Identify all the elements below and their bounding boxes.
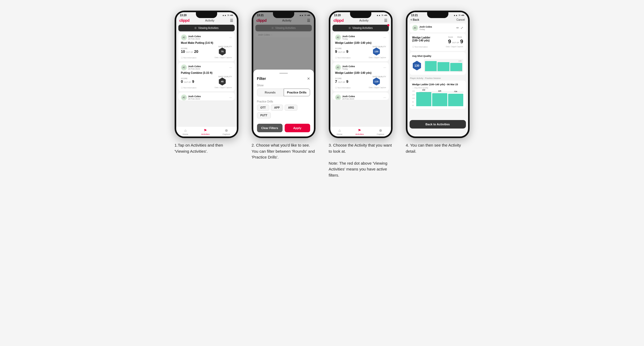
cancel-button-4[interactable]: Cancel [456,18,465,21]
tag-ott[interactable]: OTT [257,105,269,111]
edit-icon-4[interactable]: ✏ [456,26,459,30]
activity-card-1-2[interactable]: JC Josh Coles 28 Feb 2023 ··· Putting Co… [178,62,235,91]
signal-icon-3: ▲▲ [376,14,381,16]
user-name-3-1: Josh Coles [342,35,355,38]
shot-quality-label-1-1: Shot Quality [218,46,232,48]
stats-row-3-1: Score 9 OUT OF 9 Shot Quality 130 [335,46,386,55]
phone-2-notch [273,12,294,18]
toggle-rounds[interactable]: Rounds [257,88,284,96]
ellipsis-1-3[interactable]: ··· [229,96,232,99]
shot-quality-container-1-2: Shot Quality 45 [218,76,232,86]
card-header-3-2: JC Josh Coles Today ··· [335,65,386,70]
score-outof-1-2: OUT OF [184,81,191,83]
stats-row-3-2: Score 7 OUT OF 9 Shot Quality 118 [335,76,386,86]
mini-chart-4: 130 APP [424,59,463,72]
phone-4: 13:21 ▲▲ ⊃ ▪44 < Back Cancel JC [406,11,470,138]
user-info-3-1: Josh Coles Today [342,35,355,40]
ellipsis-3-2[interactable]: ··· [383,66,386,69]
back-to-activities-button-4[interactable]: Back to Activities [410,120,466,129]
user-name-1-2: Josh Coles [188,65,201,68]
score-values-row-4: 9 OUT OF 9 [448,39,463,45]
status-icons-3: ▲▲ ⊃ ▪44 [376,14,387,16]
expand-icon-4[interactable]: ⤢ [461,26,463,30]
user-date-1-3: 28 Feb 2023 [188,98,201,100]
avatar-1-2: JC [181,65,187,70]
user-date-3-1: Today [342,38,355,40]
activity-card-3-2[interactable]: JC Josh Coles Today ··· Wedge Ladder (10… [332,62,389,91]
shots-value-1-2: 9 [192,79,194,84]
status-time-1: 13:20 [180,14,187,17]
nav-activities-label-3: Activities [355,133,364,135]
banner-text-3: Viewing Activities [352,27,373,29]
ellipsis-3-1[interactable]: ··· [383,36,386,39]
activity-card-1-1[interactable]: JC Josh Coles 28 Feb 2023 ··· Must Make … [178,32,235,61]
mini-chart-area-4: 130 APP [424,59,463,72]
nav-activities-3[interactable]: ⚑ Activities [355,128,364,135]
y-axis-4: 1401201008060 [412,90,415,106]
stats-row-1-2: Score 0 OUT OF 9 Shot Quality 45 [181,76,232,86]
nav-activities-1[interactable]: ⚑ Activities [201,128,210,135]
app-header-3: clippd Activity ☰ [330,17,391,24]
toggle-practice-drills[interactable]: Practice Drills [284,88,310,96]
drill-tags: OTT APP ARG PUTT [257,105,310,118]
logo-1: clippd [179,18,190,23]
phone-4-screen: 13:21 ▲▲ ⊃ ▪44 < Back Cancel JC [407,12,468,136]
info-left-3-1: ⓘ Test Information [335,57,351,59]
phone-3-notch [350,12,371,18]
shots-value-3-2: 9 [346,79,348,84]
activity-card-3-1[interactable]: JC Josh Coles Today ··· Wedge Ladder (10… [332,32,389,61]
activity-card-1-3: JC Josh Coles 28 Feb 2023 ··· [178,92,235,100]
hamburger-icon-1[interactable]: ☰ [230,18,233,23]
detail-user-bar-4: JC Josh Coles Today ✏ ⤢ [410,23,466,32]
tag-app[interactable]: APP [271,105,283,111]
drill-title-1-2: Putting Combine (3-15 ft) [181,71,232,74]
close-button[interactable]: ✕ [307,76,310,81]
shot-quality-container-3-2: Shot Quality 118 [372,76,386,86]
phone-2: 13:21 ▲▲ ⊃ ▪44 clippd Activity ☰ ⚙ Vie [252,11,315,138]
caption-2: 2. Choose what you'd like to see. You ca… [252,142,315,160]
viewing-banner-3[interactable]: ⚙ Viewing Activities [332,25,389,31]
home-icon-1: ⌂ [184,128,186,133]
hamburger-icon-3[interactable]: ☰ [384,18,388,23]
info-row-1-2: ⓘ Test Information Data: Clippd Capture [181,87,232,89]
ellipsis-3-3[interactable]: ··· [383,96,386,99]
user-info-1-1: Josh Coles 28 Feb 2023 [188,35,201,40]
back-button-4[interactable]: < Back [411,18,419,21]
avatar-3-1: JC [335,35,341,40]
app-header-1: clippd Activity ☰ [176,17,237,24]
detail-card-user-4: JC Josh Coles Today [412,25,432,31]
signal-icon-1: ▲▲ [222,14,226,16]
phone-1-column: 13:20 ▲▲ ⊃ ▪44 clippd Activity ☰ ⚙ Vie [172,11,241,154]
ellipsis-1-1[interactable]: ··· [229,36,232,39]
avg-shot-quality-title-4: Avg Shot Quality [412,55,463,57]
h-bar-4-3: 124 [448,94,463,106]
caption-3: 3. Choose the Activity that you want to … [329,142,393,178]
stats-row-1-1: Score 10 OUT OF 20 Shot Quality 75 [181,46,232,55]
wifi-icon-3: ⊃ [381,14,383,16]
score-label-3-1: Score [335,48,348,49]
filter-icon-3: ⚙ [348,27,351,29]
user-info-1-3: Josh Coles 28 Feb 2023 [188,95,201,100]
tag-putt[interactable]: PUTT [257,112,271,118]
score-outof-1-1: OUT OF [186,51,193,53]
nav-home-1[interactable]: ⌂ Home [183,128,188,135]
nav-capture-3[interactable]: ⊕ Capture [377,128,384,135]
info-right-3-1: Data: Clippd Capture [369,57,386,59]
user-date-1-1: 28 Feb 2023 [188,38,201,40]
nav-home-3[interactable]: ⌂ Home [337,128,342,135]
drills-label: Practice Drills [257,100,310,103]
tag-arg[interactable]: ARG [285,105,297,111]
apply-button[interactable]: Apply [285,124,310,132]
user-info-1-2: Josh Coles 28 Feb 2023 [188,65,201,70]
clear-filters-button[interactable]: Clear Filters [257,124,283,132]
logo-3: clippd [334,18,344,23]
card-user-1-1: JC Josh Coles 28 Feb 2023 [181,35,201,40]
card-user-3-3: JC Josh Coles 28 Feb 2023 [335,95,355,100]
h-bar-4-2: 129 [432,93,447,106]
chart-bar-4-1 [425,61,437,71]
phone-3-column: 13:20 ▲▲ ⊃ ▪44 clippd Activity ☰ ⚙ Vie [326,11,395,178]
drill-detail-card-4: Wedge Ladder(100–140 yds) Score Shots 9 … [410,33,466,51]
viewing-banner-1[interactable]: ⚙ Viewing Activities [178,25,235,31]
ellipsis-1-2[interactable]: ··· [229,66,232,69]
nav-capture-1[interactable]: ⊕ Capture [223,128,230,135]
